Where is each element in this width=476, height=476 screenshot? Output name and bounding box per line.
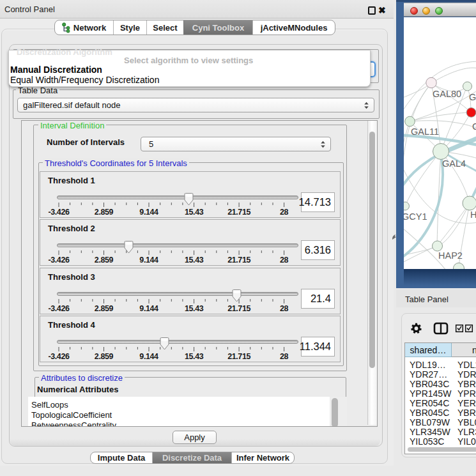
- svg-text:GAL4: GAL4: [442, 158, 466, 169]
- svg-text:GCY1: GCY1: [404, 211, 427, 222]
- svg-text:G: G: [472, 121, 476, 132]
- svg-text:GAL11: GAL11: [411, 127, 439, 137]
- svg-text:GA: GA: [469, 92, 476, 102]
- svg-text:HAP2: HAP2: [438, 250, 463, 261]
- svg-text:GAL80: GAL80: [433, 89, 461, 99]
- svg-text:H: H: [470, 210, 476, 220]
